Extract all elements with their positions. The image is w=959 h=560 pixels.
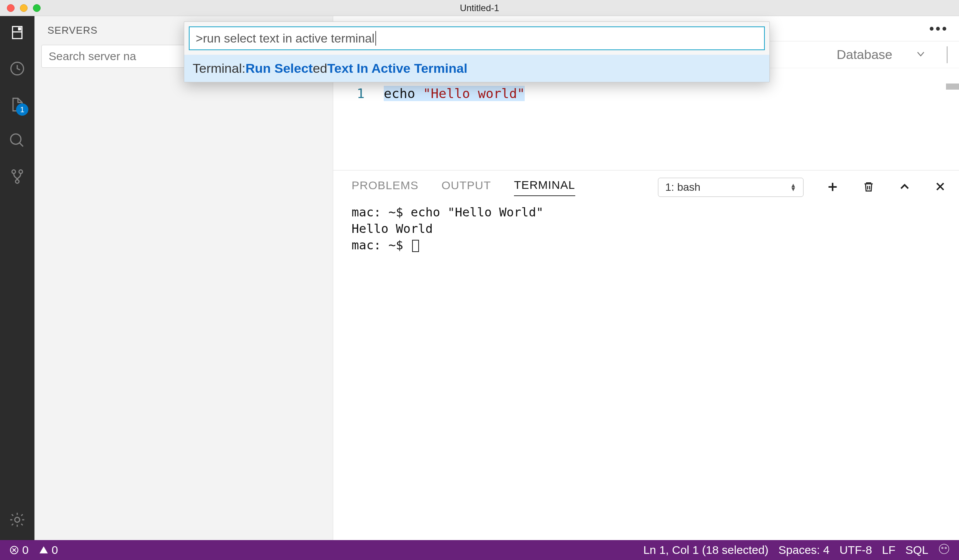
palette-item-text: ed	[313, 61, 327, 76]
window-title: Untitled-1	[0, 3, 959, 13]
status-eol[interactable]: LF	[882, 544, 895, 557]
svg-rect-2	[19, 28, 21, 30]
status-language[interactable]: SQL	[905, 544, 928, 557]
bottom-panel: PROBLEMS OUTPUT TERMINAL 1: bash ▲▼	[333, 170, 959, 540]
panel-tabs: PROBLEMS OUTPUT TERMINAL 1: bash ▲▼	[333, 170, 959, 199]
status-feedback-icon[interactable]	[938, 543, 950, 557]
minimap-marker	[946, 84, 959, 90]
activity-bar: 1	[0, 16, 34, 540]
updown-icon: ▲▼	[790, 183, 796, 191]
svg-point-24	[939, 544, 949, 553]
command-palette-item[interactable]: Terminal: Run Selected Text In Active Te…	[184, 55, 769, 82]
status-errors-count: 0	[22, 544, 29, 557]
terminal-line: Hello World	[352, 221, 959, 237]
palette-item-match: Text In Active Terminal	[327, 61, 467, 76]
svg-point-6	[12, 170, 15, 174]
tab-output[interactable]: OUTPUT	[442, 179, 491, 196]
command-palette-input-value: >run select text in active terminal	[196, 31, 375, 46]
terminal-cursor	[412, 240, 419, 252]
svg-point-4	[11, 134, 21, 144]
terminal-selector[interactable]: 1: bash ▲▼	[658, 178, 804, 197]
text-caret	[375, 31, 376, 46]
search-activity-icon[interactable]	[8, 132, 26, 149]
svg-line-5	[20, 143, 23, 147]
source-control-activity-icon[interactable]	[8, 168, 26, 185]
maximize-panel-icon[interactable]	[898, 181, 912, 194]
svg-point-9	[15, 517, 20, 522]
status-warnings[interactable]: 0	[39, 544, 58, 557]
status-errors[interactable]: 0	[9, 544, 29, 557]
svg-point-26	[945, 547, 947, 549]
svg-point-7	[19, 170, 23, 174]
settings-gear-icon[interactable]	[8, 511, 26, 529]
status-warnings-count: 0	[52, 544, 58, 557]
status-encoding[interactable]: UTF-8	[840, 544, 872, 557]
tab-terminal[interactable]: TERMINAL	[514, 178, 575, 196]
explorer-badge: 1	[16, 103, 28, 116]
history-activity-icon[interactable]	[8, 60, 26, 77]
status-indent[interactable]: Spaces: 4	[779, 544, 830, 557]
terminal-line: mac: ~$	[352, 237, 959, 254]
kill-terminal-icon[interactable]	[862, 181, 876, 194]
palette-item-match: Run Select	[245, 61, 313, 76]
new-terminal-icon[interactable]	[826, 181, 840, 194]
tab-problems[interactable]: PROBLEMS	[352, 179, 419, 196]
terminal-selector-label: 1: bash	[665, 181, 700, 193]
close-panel-icon[interactable]	[934, 181, 948, 194]
svg-point-8	[15, 180, 19, 183]
line-number: 1	[349, 86, 365, 101]
divider	[947, 46, 948, 63]
terminal-body[interactable]: mac: ~$ echo "Hello World" Hello World m…	[333, 199, 959, 540]
palette-item-prefix: Terminal:	[193, 61, 245, 76]
code-editor[interactable]: 1 echo "Hello world"	[333, 84, 959, 101]
svg-point-25	[942, 547, 943, 549]
explorer-activity-icon[interactable]: 1	[8, 96, 26, 113]
status-cursor-position[interactable]: Ln 1, Col 1 (18 selected)	[643, 544, 769, 557]
servers-activity-icon[interactable]	[8, 24, 26, 41]
database-dropdown[interactable]: Database	[836, 47, 892, 62]
code-line: echo "Hello world"	[384, 86, 525, 101]
status-bar: 0 0 Ln 1, Col 1 (18 selected) Spaces: 4 …	[0, 540, 959, 560]
command-palette-input[interactable]: >run select text in active terminal	[189, 26, 765, 50]
titlebar: Untitled-1	[0, 0, 959, 16]
chevron-down-icon[interactable]	[915, 49, 926, 61]
editor-group: ••• Database Explain 1 echo "Hello world…	[333, 16, 959, 540]
servers-sidebar: SERVERS	[34, 16, 333, 540]
command-palette: >run select text in active terminal Term…	[184, 21, 770, 82]
terminal-line: mac: ~$ echo "Hello World"	[352, 204, 959, 221]
editor-more-icon[interactable]: •••	[929, 21, 948, 37]
